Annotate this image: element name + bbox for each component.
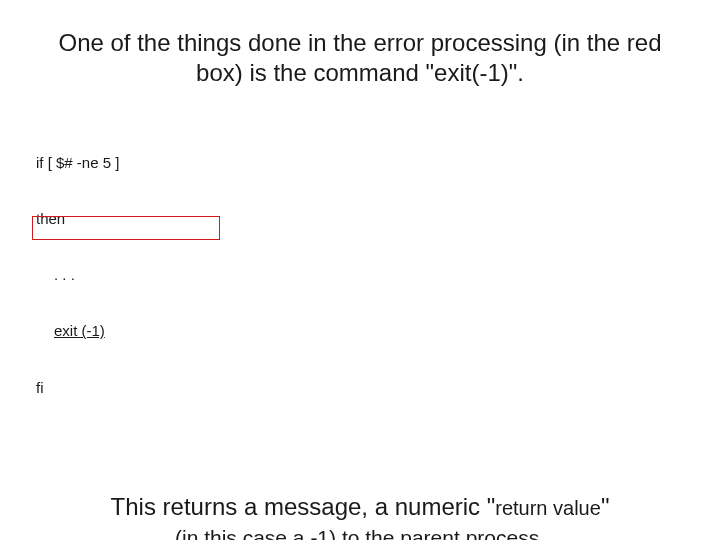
intro-paragraph: One of the things done in the error proc…	[40, 28, 680, 88]
explanation-paragraph: This returns a message, a numeric "retur…	[30, 491, 690, 540]
slide: One of the things done in the error proc…	[0, 0, 720, 540]
code-line-3: . . .	[36, 266, 690, 285]
red-highlight-box	[32, 216, 220, 240]
explanation-line2: (in this case a -1) to the parent proces…	[30, 524, 690, 540]
explanation-line1-a: This returns a message, a numeric "	[111, 493, 496, 520]
explanation-return-value: return value	[495, 497, 601, 519]
code-line-1: if [ $# -ne 5 ]	[36, 154, 690, 173]
code-block: if [ $# -ne 5 ] then . . . exit (-1) fi	[36, 116, 690, 435]
code-line-4: exit (-1)	[36, 322, 690, 341]
explanation-line1-c: "	[601, 493, 610, 520]
code-line-5: fi	[36, 379, 690, 398]
